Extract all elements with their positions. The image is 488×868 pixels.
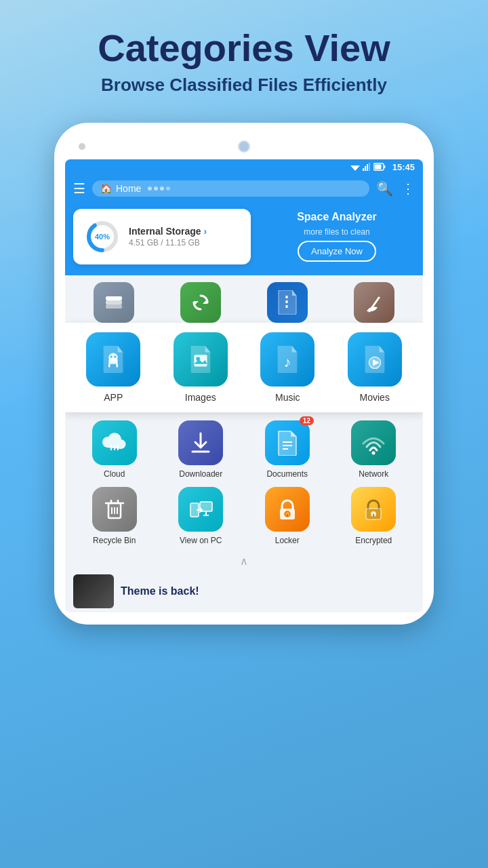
storage-section: 40% Internal Storage › 4.51 GB / 11.15 G…: [65, 202, 423, 275]
cat-label-images: Images: [185, 392, 216, 403]
analyze-button[interactable]: Analyze Now: [298, 241, 376, 262]
svg-rect-18: [109, 359, 118, 364]
svg-point-36: [372, 451, 375, 454]
third-categories-row: Recycle Bin: [65, 479, 423, 552]
top-icon-0[interactable]: [94, 282, 134, 323]
space-analyzer-card: Space Analyzer more files to clean Analy…: [259, 209, 415, 264]
featured-row: APP Images: [65, 323, 423, 412]
svg-rect-10: [106, 304, 122, 309]
svg-point-19: [110, 355, 113, 357]
chevron-up[interactable]: ∧: [65, 552, 423, 570]
cat-item-downloader[interactable]: Downloader: [178, 420, 223, 479]
cat-label-encrypted: Encrypted: [355, 536, 392, 545]
cat-item-locker[interactable]: Locker: [265, 487, 310, 545]
storage-arrow: ›: [204, 226, 207, 237]
storage-info: Internal Storage › 4.51 GB / 11.15 GB: [129, 226, 240, 248]
search-button[interactable]: 🔍: [376, 180, 393, 197]
svg-text:♪: ♪: [284, 354, 291, 370]
cat-item-images[interactable]: Images: [174, 332, 228, 403]
app-bar: ☰ 🏠 Home 🔍 ⋮: [65, 175, 423, 202]
cat-icon-app: [86, 332, 140, 387]
cat-item-movies[interactable]: Movies: [348, 332, 402, 403]
cat-icon-recycle: [92, 487, 137, 532]
status-time: 15:45: [392, 162, 415, 172]
phone-screen: 15:45 ☰ 🏠 Home 🔍 ⋮: [65, 159, 423, 612]
breadcrumb-pill[interactable]: 🏠 Home: [92, 180, 369, 197]
documents-badge: 12: [300, 416, 314, 425]
space-analyzer-sub: more files to clean: [304, 227, 369, 237]
battery-icon: [373, 163, 386, 171]
cat-icon-music: ♪: [260, 332, 314, 387]
cat-label-cloud: Cloud: [104, 469, 125, 479]
cat-icon-images: [174, 332, 228, 387]
camera-left: [79, 143, 85, 150]
cat-icon-downloader: [178, 420, 223, 465]
home-icon: 🏠: [100, 183, 112, 194]
cat-label-viewonpc: View on PC: [180, 536, 222, 545]
space-analyzer-title: Space Analyzer: [297, 211, 377, 223]
cat-label-recycle: Recycle Bin: [93, 536, 136, 545]
status-bar: 15:45: [65, 159, 423, 175]
storage-size: 4.51 GB / 11.15 GB: [129, 238, 240, 248]
svg-rect-4: [369, 163, 370, 171]
bottom-banner: Theme is back!: [65, 570, 423, 612]
cat-label-music: Music: [275, 392, 300, 403]
cat-label-documents: Documents: [266, 469, 308, 479]
page-title: Categories View: [98, 27, 390, 69]
camera-center: [238, 140, 250, 153]
cat-icon-viewonpc: [178, 487, 223, 532]
cat-label-network: Network: [359, 469, 388, 479]
storage-percent: 40%: [95, 233, 110, 241]
top-icon-2[interactable]: [267, 282, 308, 323]
svg-point-20: [115, 355, 117, 357]
phone-mockup: 15:45 ☰ 🏠 Home 🔍 ⋮: [54, 123, 434, 625]
wifi-icon: [350, 163, 360, 171]
cat-label-downloader: Downloader: [179, 469, 222, 479]
cat-icon-network: [351, 420, 396, 465]
svg-rect-3: [367, 164, 368, 171]
breadcrumb-label: Home: [116, 183, 141, 194]
cat-icon-locker: [265, 487, 310, 532]
cat-item-cloud[interactable]: Cloud: [92, 420, 137, 479]
storage-name: Internal Storage ›: [129, 226, 240, 237]
top-icon-1[interactable]: [180, 282, 221, 323]
svg-marker-0: [350, 165, 360, 171]
cat-icon-movies: [348, 332, 402, 387]
phone-notch: [65, 135, 423, 159]
cat-label-movies: Movies: [360, 392, 390, 403]
svg-rect-6: [384, 165, 385, 168]
top-icons-row: [65, 275, 423, 323]
page-subtitle: Browse Classified Files Efficiently: [98, 75, 390, 96]
svg-rect-12: [106, 296, 122, 300]
appbar-actions: 🔍 ⋮: [376, 180, 415, 197]
svg-rect-2: [365, 166, 366, 171]
cat-label-locker: Locker: [275, 536, 300, 545]
cat-item-app[interactable]: APP: [86, 332, 140, 403]
cat-icon-encrypted: [351, 487, 396, 532]
cat-item-encrypted[interactable]: Encrypted: [351, 487, 396, 545]
svg-marker-14: [194, 301, 199, 306]
cat-item-documents[interactable]: 12 Documents: [265, 420, 310, 479]
breadcrumb-dots: [148, 186, 170, 191]
cat-item-viewonpc[interactable]: View on PC: [178, 487, 223, 545]
more-button[interactable]: ⋮: [401, 180, 415, 197]
cat-icon-documents: 12: [265, 420, 310, 465]
page-header: Categories View Browse Classified Files …: [84, 0, 404, 109]
cat-label-app: APP: [104, 392, 123, 403]
cat-item-music[interactable]: ♪ Music: [260, 332, 314, 403]
svg-rect-11: [106, 300, 122, 304]
storage-card[interactable]: 40% Internal Storage › 4.51 GB / 11.15 G…: [73, 209, 251, 264]
banner-text: Theme is back!: [121, 585, 199, 597]
cat-icon-cloud: [92, 420, 137, 465]
top-icon-3[interactable]: [354, 282, 394, 323]
svg-rect-1: [363, 168, 364, 171]
svg-rect-7: [374, 165, 381, 170]
status-icons: [350, 163, 386, 171]
cat-item-recycle[interactable]: Recycle Bin: [92, 487, 137, 545]
spacer: [403, 143, 409, 150]
storage-donut: 40%: [84, 218, 121, 255]
cat-item-network[interactable]: Network: [351, 420, 396, 479]
hamburger-menu[interactable]: ☰: [73, 180, 85, 197]
banner-image: [73, 574, 114, 608]
signal-icon: [363, 163, 371, 171]
